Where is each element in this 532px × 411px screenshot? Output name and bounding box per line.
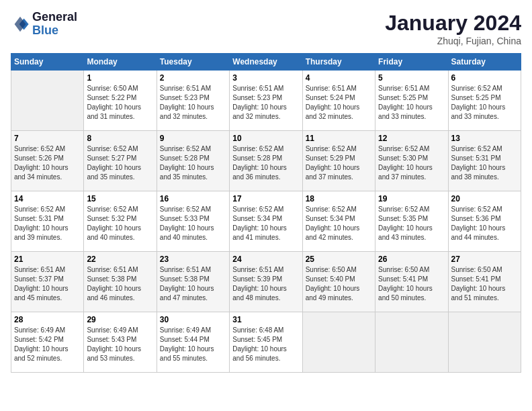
day-cell: 28Sunrise: 6:49 AMSunset: 5:42 PMDayligh… — [11, 312, 84, 373]
day-number: 1 — [87, 73, 153, 83]
day-cell: 6Sunrise: 6:52 AMSunset: 5:25 PMDaylight… — [448, 71, 521, 131]
day-number: 7 — [14, 134, 81, 143]
day-cell — [11, 71, 84, 131]
day-number: 17 — [232, 194, 299, 203]
day-number: 12 — [378, 134, 445, 143]
week-row-3: 14Sunrise: 6:52 AMSunset: 5:31 PMDayligh… — [11, 191, 521, 252]
day-info: Sunrise: 6:51 AMSunset: 5:24 PMDaylight:… — [306, 84, 372, 122]
day-cell: 4Sunrise: 6:51 AMSunset: 5:24 PMDaylight… — [302, 71, 375, 131]
day-number: 10 — [232, 134, 299, 143]
day-cell: 9Sunrise: 6:52 AMSunset: 5:28 PMDaylight… — [157, 131, 229, 191]
day-info: Sunrise: 6:52 AMSunset: 5:32 PMDaylight:… — [87, 205, 153, 242]
week-row-5: 28Sunrise: 6:49 AMSunset: 5:42 PMDayligh… — [11, 312, 521, 373]
logo: General Blue — [11, 11, 77, 38]
day-header-monday: Monday — [84, 54, 157, 71]
day-number: 25 — [306, 255, 372, 264]
day-number: 21 — [14, 255, 81, 264]
day-info: Sunrise: 6:52 AMSunset: 5:28 PMDaylight:… — [232, 144, 299, 182]
day-cell: 25Sunrise: 6:50 AMSunset: 5:40 PMDayligh… — [302, 252, 375, 312]
days-header-row: SundayMondayTuesdayWednesdayThursdayFrid… — [11, 54, 521, 71]
day-info: Sunrise: 6:52 AMSunset: 5:25 PMDaylight:… — [451, 84, 518, 122]
day-header-tuesday: Tuesday — [157, 54, 229, 71]
day-cell: 3Sunrise: 6:51 AMSunset: 5:23 PMDaylight… — [230, 71, 302, 131]
day-cell: 27Sunrise: 6:50 AMSunset: 5:41 PMDayligh… — [448, 252, 521, 312]
day-cell: 22Sunrise: 6:51 AMSunset: 5:38 PMDayligh… — [84, 252, 157, 312]
logo-line1: General — [32, 11, 77, 24]
day-info: Sunrise: 6:52 AMSunset: 5:26 PMDaylight:… — [14, 144, 81, 182]
day-info: Sunrise: 6:49 AMSunset: 5:42 PMDaylight:… — [14, 326, 81, 363]
day-number: 29 — [87, 315, 153, 324]
week-row-2: 7Sunrise: 6:52 AMSunset: 5:26 PMDaylight… — [11, 131, 521, 191]
day-info: Sunrise: 6:52 AMSunset: 5:31 PMDaylight:… — [14, 205, 81, 242]
day-cell: 15Sunrise: 6:52 AMSunset: 5:32 PMDayligh… — [84, 191, 157, 252]
day-number: 26 — [378, 255, 445, 264]
day-cell: 31Sunrise: 6:48 AMSunset: 5:45 PMDayligh… — [230, 312, 302, 373]
day-info: Sunrise: 6:52 AMSunset: 5:27 PMDaylight:… — [87, 144, 153, 182]
day-info: Sunrise: 6:51 AMSunset: 5:37 PMDaylight:… — [14, 265, 81, 303]
day-cell — [448, 312, 521, 373]
day-cell: 23Sunrise: 6:51 AMSunset: 5:38 PMDayligh… — [157, 252, 229, 312]
day-info: Sunrise: 6:52 AMSunset: 5:34 PMDaylight:… — [306, 205, 372, 242]
day-cell: 5Sunrise: 6:51 AMSunset: 5:25 PMDaylight… — [375, 71, 448, 131]
day-number: 28 — [14, 315, 81, 324]
day-number: 22 — [87, 255, 153, 264]
day-info: Sunrise: 6:52 AMSunset: 5:29 PMDaylight:… — [306, 144, 372, 182]
day-cell: 30Sunrise: 6:49 AMSunset: 5:44 PMDayligh… — [157, 312, 229, 373]
day-info: Sunrise: 6:48 AMSunset: 5:45 PMDaylight:… — [232, 326, 299, 363]
week-row-1: 1Sunrise: 6:50 AMSunset: 5:22 PMDaylight… — [11, 71, 521, 131]
day-info: Sunrise: 6:51 AMSunset: 5:39 PMDaylight:… — [232, 265, 299, 303]
day-number: 16 — [160, 194, 226, 203]
day-number: 24 — [232, 255, 299, 264]
day-info: Sunrise: 6:50 AMSunset: 5:40 PMDaylight:… — [306, 265, 372, 303]
day-info: Sunrise: 6:52 AMSunset: 5:33 PMDaylight:… — [160, 205, 226, 242]
day-cell: 7Sunrise: 6:52 AMSunset: 5:26 PMDaylight… — [11, 131, 84, 191]
day-number: 8 — [87, 134, 153, 143]
day-cell: 8Sunrise: 6:52 AMSunset: 5:27 PMDaylight… — [84, 131, 157, 191]
day-info: Sunrise: 6:49 AMSunset: 5:44 PMDaylight:… — [160, 326, 226, 363]
logo-icon — [11, 15, 30, 34]
day-cell: 11Sunrise: 6:52 AMSunset: 5:29 PMDayligh… — [302, 131, 375, 191]
day-info: Sunrise: 6:52 AMSunset: 5:35 PMDaylight:… — [378, 205, 445, 242]
title-block: January 2024 Zhuqi, Fujian, China — [385, 11, 521, 46]
day-number: 2 — [160, 73, 226, 83]
day-header-sunday: Sunday — [11, 54, 84, 71]
day-cell: 19Sunrise: 6:52 AMSunset: 5:35 PMDayligh… — [375, 191, 448, 252]
day-header-thursday: Thursday — [302, 54, 375, 71]
day-header-saturday: Saturday — [448, 54, 521, 71]
day-cell: 10Sunrise: 6:52 AMSunset: 5:28 PMDayligh… — [230, 131, 302, 191]
day-cell: 16Sunrise: 6:52 AMSunset: 5:33 PMDayligh… — [157, 191, 229, 252]
day-number: 23 — [160, 255, 226, 264]
day-cell — [375, 312, 448, 373]
day-info: Sunrise: 6:52 AMSunset: 5:31 PMDaylight:… — [451, 144, 518, 182]
day-number: 19 — [378, 194, 445, 203]
day-cell: 21Sunrise: 6:51 AMSunset: 5:37 PMDayligh… — [11, 252, 84, 312]
day-info: Sunrise: 6:52 AMSunset: 5:28 PMDaylight:… — [160, 144, 226, 182]
day-cell: 20Sunrise: 6:52 AMSunset: 5:36 PMDayligh… — [448, 191, 521, 252]
day-number: 31 — [232, 315, 299, 324]
day-info: Sunrise: 6:50 AMSunset: 5:41 PMDaylight:… — [378, 265, 445, 303]
day-info: Sunrise: 6:52 AMSunset: 5:30 PMDaylight:… — [378, 144, 445, 182]
day-cell: 14Sunrise: 6:52 AMSunset: 5:31 PMDayligh… — [11, 191, 84, 252]
day-number: 3 — [232, 73, 299, 83]
day-number: 13 — [451, 134, 518, 143]
day-info: Sunrise: 6:51 AMSunset: 5:23 PMDaylight:… — [160, 84, 226, 122]
day-cell: 2Sunrise: 6:51 AMSunset: 5:23 PMDaylight… — [157, 71, 229, 131]
day-info: Sunrise: 6:51 AMSunset: 5:23 PMDaylight:… — [232, 84, 299, 122]
day-cell: 26Sunrise: 6:50 AMSunset: 5:41 PMDayligh… — [375, 252, 448, 312]
day-info: Sunrise: 6:50 AMSunset: 5:22 PMDaylight:… — [87, 84, 153, 122]
day-cell: 1Sunrise: 6:50 AMSunset: 5:22 PMDaylight… — [84, 71, 157, 131]
day-info: Sunrise: 6:51 AMSunset: 5:38 PMDaylight:… — [160, 265, 226, 303]
week-row-4: 21Sunrise: 6:51 AMSunset: 5:37 PMDayligh… — [11, 252, 521, 312]
day-info: Sunrise: 6:49 AMSunset: 5:43 PMDaylight:… — [87, 326, 153, 363]
calendar-table: SundayMondayTuesdayWednesdayThursdayFrid… — [11, 53, 521, 373]
day-number: 9 — [160, 134, 226, 143]
day-info: Sunrise: 6:52 AMSunset: 5:36 PMDaylight:… — [451, 205, 518, 242]
day-number: 14 — [14, 194, 81, 203]
day-cell: 13Sunrise: 6:52 AMSunset: 5:31 PMDayligh… — [448, 131, 521, 191]
day-number: 6 — [451, 73, 518, 83]
day-header-wednesday: Wednesday — [230, 54, 302, 71]
day-number: 30 — [160, 315, 226, 324]
logo-line2: Blue — [32, 24, 77, 38]
day-info: Sunrise: 6:52 AMSunset: 5:34 PMDaylight:… — [232, 205, 299, 242]
day-number: 5 — [378, 73, 445, 83]
